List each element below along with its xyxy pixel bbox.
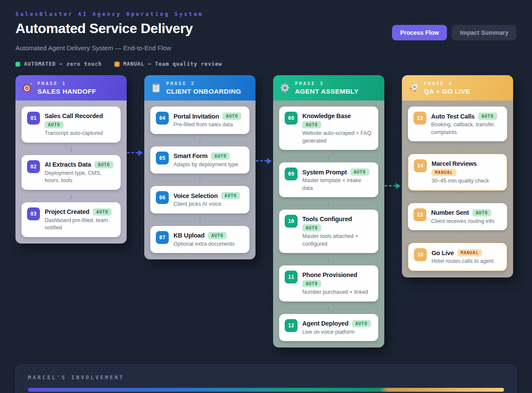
step-number-badge: 10 — [285, 215, 298, 228]
step-description: Number purchased + linked — [302, 289, 373, 296]
step-title: Smart Form — [173, 152, 207, 159]
step-title: Auto Test Calls — [431, 113, 474, 120]
step-description: Master tools attached + configured — [302, 233, 373, 248]
step-card: 11 Phone Provisioned AUTO Number purchas… — [279, 265, 378, 302]
app-eyebrow: SalesBlaster AI Agency Operating System — [15, 11, 517, 17]
phase-body: 08 Knowledge Base AUTO Website auto-scra… — [273, 101, 384, 347]
step-description: 30–45 min quality check — [432, 177, 501, 185]
title-row: Automated Service Delivery Process Flow … — [15, 21, 517, 40]
step-title: Knowledge Base — [302, 113, 351, 119]
gear-icon — [280, 82, 290, 93]
manual-badge: MANUAL — [432, 169, 456, 176]
down-arrow-icon: ↓ — [279, 199, 378, 208]
tab-process-flow[interactable]: Process Flow — [392, 25, 447, 40]
step-number-badge: 15 — [413, 208, 426, 221]
step-card: 10 Tools Configured AUTO Master tools at… — [279, 210, 378, 253]
step-number-badge: 04 — [156, 112, 169, 125]
step-card: 02 AI Extracts Data AUTO Deployment type… — [21, 155, 121, 190]
step-card: 14 Marcel Reviews MANUAL 30–45 min quali… — [408, 154, 507, 191]
phase-header: PHASE 4 QA + GO LIVE — [402, 75, 513, 101]
down-arrow-icon: ↓ — [408, 232, 507, 241]
step-number-badge: 09 — [285, 168, 298, 180]
phase-eyebrow: PHASE 3 — [295, 81, 359, 86]
auto-badge: AUTO — [211, 152, 230, 160]
down-arrow-icon: ↓ — [279, 152, 378, 161]
target-icon — [22, 82, 33, 93]
step-number-badge: 06 — [156, 191, 169, 204]
auto-badge: AUTO — [350, 168, 369, 176]
step-title: Tools Configured — [302, 216, 352, 222]
step-description: Master template + intake data — [302, 177, 373, 192]
step-description: Deployment type, CMS, hours, tools — [45, 170, 115, 185]
phase-connector-arrow-icon — [385, 183, 401, 189]
step-description: Booking, callback, transfer, complaints — [431, 121, 502, 136]
step-card: 16 Go Live MANUAL Hotel routes calls to … — [408, 243, 507, 271]
phase-column-agent-assembly: PHASE 3 AGENT ASSEMBLY 08 Knowledge Base… — [273, 75, 384, 347]
page-subtitle: Automated Agent Delivery System — End-to… — [15, 44, 517, 52]
process-flow-diagram: PHASE 1 SALES HANDOFF 01 Sales Call Reco… — [15, 75, 517, 347]
phase-eyebrow: PHASE 4 — [424, 81, 470, 86]
step-number-badge: 16 — [414, 248, 427, 261]
step-description: Website auto-scraped + FAQ generated — [302, 130, 373, 145]
phase-body: 01 Sales Call Recorded AUTO Transcript a… — [15, 101, 127, 244]
step-card: 15 Number Sent AUTO Client receives rout… — [408, 203, 507, 231]
clipboard-icon — [151, 82, 161, 93]
manual-badge: MANUAL — [457, 249, 482, 256]
step-card: 03 Project Created AUTO Dashboard pre-fi… — [21, 202, 121, 237]
involvement-gradient-bar — [28, 388, 504, 392]
auto-badge: AUTO — [352, 320, 371, 327]
auto-badge: AUTO — [302, 224, 321, 232]
down-arrow-icon: ↓ — [279, 255, 378, 264]
phase-eyebrow: PHASE 1 — [37, 81, 96, 86]
auto-badge: AUTO — [45, 121, 64, 128]
down-arrow-icon: ↓ — [150, 175, 249, 184]
step-description: Client picks AI voice — [173, 201, 240, 208]
step-card: 08 Knowledge Base AUTO Website auto-scra… — [279, 107, 378, 150]
step-description: Pre-filled from sales data — [173, 121, 241, 129]
step-number-badge: 03 — [27, 207, 40, 220]
step-number-badge: 05 — [156, 152, 169, 165]
involvement-title: MARCEL'S INVOLVEMENT — [28, 375, 504, 381]
phase-connector-arrow-icon — [127, 150, 143, 156]
manual-swatch-icon — [115, 62, 119, 67]
phase-column-qa-go-live: PHASE 4 QA + GO LIVE 13 Auto Test Calls … — [402, 75, 513, 277]
step-title: Voice Selection — [173, 192, 218, 199]
legend: AUTOMATED — zero touch MANUAL — Team qua… — [15, 61, 517, 67]
step-title: Sales Call Recorded — [45, 113, 103, 119]
auto-badge: AUTO — [94, 161, 113, 168]
step-card: 07 KB Upload AUTO Optional extra documen… — [150, 226, 249, 253]
step-title: Project Created — [45, 208, 89, 215]
step-card: 01 Sales Call Recorded AUTO Transcript a… — [21, 107, 121, 143]
phase-title: AGENT ASSEMBLY — [295, 88, 359, 95]
step-card: 09 System Prompt AUTO Master template + … — [279, 162, 378, 197]
phase-title: CLIENT ONBOARDING — [166, 88, 241, 95]
down-arrow-icon: ↓ — [408, 192, 507, 201]
legend-label: MANUAL — Team quality review — [123, 61, 222, 67]
step-number-badge: 01 — [27, 112, 40, 125]
phase-title: SALES HANDOFF — [37, 88, 96, 95]
step-title: KB Upload — [173, 232, 204, 239]
phase-header: PHASE 1 SALES HANDOFF — [15, 75, 127, 101]
step-description: Hotel routes calls to agent — [432, 258, 494, 265]
step-description: Client receives routing info — [431, 218, 494, 225]
involvement-panel: MARCEL'S INVOLVEMENT Sales Handoff ZERO … — [15, 365, 517, 393]
step-number-badge: 11 — [285, 271, 298, 283]
phase-body: 13 Auto Test Calls AUTO Booking, callbac… — [402, 101, 513, 277]
down-arrow-icon: ↓ — [279, 303, 378, 312]
step-number-badge: 08 — [285, 112, 298, 125]
step-description: Optional extra documents — [173, 241, 234, 248]
down-arrow-icon: ↓ — [21, 144, 121, 153]
step-title: Marcel Reviews — [432, 160, 477, 167]
phase-body: 04 Portal Invitation AUTO Pre-filled fro… — [144, 101, 255, 259]
phase-title: QA + GO LIVE — [424, 88, 470, 95]
step-description: Adapts by deployment type — [173, 161, 238, 169]
rocket-icon — [408, 82, 419, 93]
auto-badge: AUTO — [208, 232, 227, 239]
step-title: Go Live — [432, 250, 454, 256]
step-title: Agent Deployed — [302, 320, 349, 327]
page: SalesBlaster AI Agency Operating System … — [0, 0, 532, 393]
phase-column-sales-handoff: PHASE 1 SALES HANDOFF 01 Sales Call Reco… — [15, 75, 127, 244]
tab-impact-summary[interactable]: Impact Summary — [452, 25, 517, 40]
automated-swatch-icon — [15, 62, 20, 67]
step-title: System Prompt — [302, 169, 347, 176]
